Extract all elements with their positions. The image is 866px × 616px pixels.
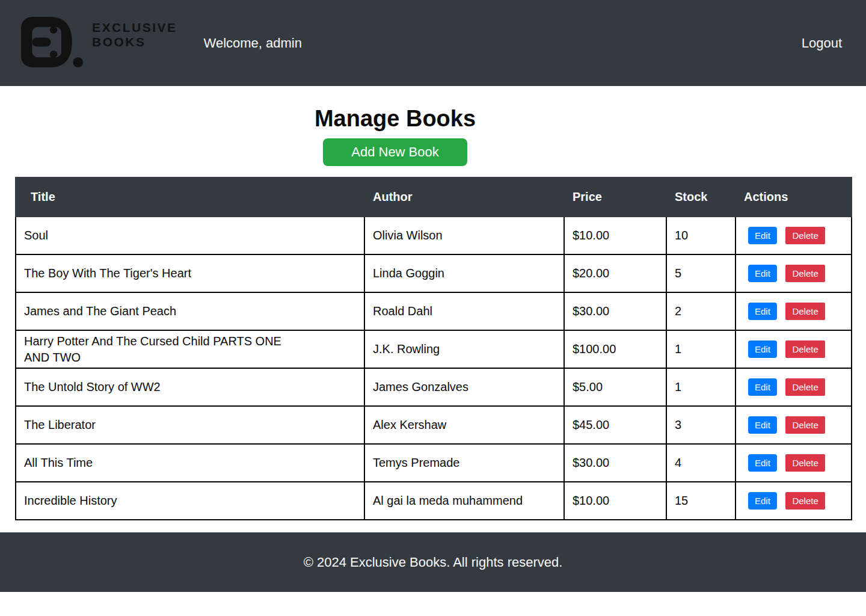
delete-button[interactable]: Delete (785, 303, 825, 320)
copyright-text: © 2024 Exclusive Books. All rights reser… (304, 555, 563, 570)
book-title: Harry Potter And The Cursed Child PARTS … (24, 333, 301, 366)
brand-name-line2: BOOKS (92, 35, 177, 49)
book-stock-cell: 10 (666, 217, 735, 254)
book-stock-cell: 15 (666, 482, 735, 520)
edit-button[interactable]: Edit (748, 303, 777, 320)
book-title-cell: The Untold Story of WW2 (16, 368, 364, 406)
edit-button[interactable]: Edit (748, 340, 777, 358)
book-stock: 15 (675, 494, 688, 507)
book-actions-cell: Edit Delete (735, 482, 852, 520)
book-stock-cell: 2 (666, 292, 735, 330)
table-row: The Untold Story of WW2 James Gonzalves … (16, 368, 852, 406)
delete-button[interactable]: Delete (785, 416, 825, 434)
column-header-actions: Actions (735, 177, 852, 217)
book-actions-cell: Edit Delete (735, 444, 852, 482)
book-stock: 4 (675, 456, 681, 469)
book-author-cell: J.K. Rowling (364, 330, 564, 368)
brand: EXCLUSIVE BOOKS (21, 16, 177, 71)
book-stock: 5 (675, 266, 681, 280)
column-header-price: Price (564, 177, 666, 217)
book-price: $20.00 (573, 266, 609, 280)
books-table: Title Author Price Stock Actions Soul Ol… (15, 177, 852, 520)
book-title-cell: Harry Potter And The Cursed Child PARTS … (16, 330, 364, 368)
book-price-cell: $5.00 (564, 368, 666, 406)
book-title: All This Time (24, 455, 93, 471)
book-actions-cell: Edit Delete (735, 330, 852, 368)
book-author: Al gai la meda muhammend (373, 494, 523, 507)
book-stock: 2 (675, 304, 681, 318)
page-title: Manage Books (15, 106, 775, 132)
add-new-book-button[interactable]: Add New Book (323, 138, 467, 166)
book-title: Incredible History (24, 493, 117, 509)
brand-name: EXCLUSIVE BOOKS (92, 20, 177, 49)
book-title-cell: Soul (16, 217, 364, 254)
book-title-cell: The Liberator (16, 406, 364, 444)
table-row: Incredible History Al gai la meda muhamm… (16, 482, 852, 520)
book-stock-cell: 1 (666, 368, 735, 406)
book-price: $5.00 (573, 380, 603, 393)
column-header-title: Title (16, 177, 364, 217)
table-row: The Boy With The Tiger's Heart Linda Gog… (16, 254, 852, 292)
table-row: The Liberator Alex Kershaw $45.00 3 Edit… (16, 406, 852, 444)
book-author: Alex Kershaw (373, 418, 446, 431)
book-price: $30.00 (573, 304, 609, 318)
main-content: Manage Books Add New Book Title Author P… (0, 106, 866, 520)
book-author-cell: Temys Premade (364, 444, 564, 482)
delete-button[interactable]: Delete (785, 454, 825, 472)
edit-button[interactable]: Edit (748, 454, 777, 472)
edit-button[interactable]: Edit (748, 416, 777, 434)
book-price: $45.00 (573, 418, 609, 431)
book-stock-cell: 4 (666, 444, 735, 482)
column-header-author: Author (364, 177, 564, 217)
table-row: Soul Olivia Wilson $10.00 10 Edit Delete (16, 217, 852, 254)
book-author-cell: Alex Kershaw (364, 406, 564, 444)
delete-button[interactable]: Delete (785, 265, 825, 282)
delete-button[interactable]: Delete (785, 492, 825, 510)
edit-button[interactable]: Edit (748, 492, 777, 510)
book-stock-cell: 5 (666, 254, 735, 292)
book-author-cell: James Gonzalves (364, 368, 564, 406)
edit-button[interactable]: Edit (748, 227, 777, 244)
book-author: Roald Dahl (373, 304, 432, 318)
book-title: The Boy With The Tiger's Heart (24, 265, 191, 282)
book-price-cell: $30.00 (564, 444, 666, 482)
book-actions-cell: Edit Delete (735, 292, 852, 330)
book-actions-cell: Edit Delete (735, 217, 852, 254)
edit-button[interactable]: Edit (748, 265, 777, 282)
book-author: James Gonzalves (373, 380, 468, 393)
book-title: James and The Giant Peach (24, 303, 176, 319)
book-author-cell: Olivia Wilson (364, 217, 564, 254)
book-author: Olivia Wilson (373, 229, 443, 242)
edit-button[interactable]: Edit (748, 378, 777, 396)
app-header: EXCLUSIVE BOOKS Welcome, admin Logout (0, 0, 866, 86)
brand-name-line1: EXCLUSIVE (92, 20, 177, 35)
book-stock: 3 (675, 418, 681, 431)
book-title-cell: The Boy With The Tiger's Heart (16, 254, 364, 292)
book-actions-cell: Edit Delete (735, 406, 852, 444)
delete-button[interactable]: Delete (785, 227, 825, 244)
book-title-cell: James and The Giant Peach (16, 292, 364, 330)
book-title-cell: All This Time (16, 444, 364, 482)
book-author-cell: Roald Dahl (364, 292, 564, 330)
book-stock: 1 (675, 342, 681, 356)
table-row: James and The Giant Peach Roald Dahl $30… (16, 292, 852, 330)
book-author: Linda Goggin (373, 266, 444, 280)
logout-button[interactable]: Logout (802, 35, 853, 51)
table-body: Soul Olivia Wilson $10.00 10 Edit Delete… (16, 217, 852, 520)
book-title: The Untold Story of WW2 (24, 379, 161, 395)
eb-monogram-logo-icon (21, 16, 84, 71)
book-price: $100.00 (573, 342, 616, 356)
table-row: All This Time Temys Premade $30.00 4 Edi… (16, 444, 852, 482)
column-header-stock: Stock (666, 177, 735, 217)
book-price-cell: $45.00 (564, 406, 666, 444)
book-title: The Liberator (24, 417, 96, 433)
book-author: Temys Premade (373, 456, 460, 469)
delete-button[interactable]: Delete (785, 340, 825, 358)
book-price-cell: $30.00 (564, 292, 666, 330)
table-row: Harry Potter And The Cursed Child PARTS … (16, 330, 852, 368)
book-author-cell: Al gai la meda muhammend (364, 482, 564, 520)
book-price-cell: $10.00 (564, 217, 666, 254)
delete-button[interactable]: Delete (785, 378, 825, 396)
book-stock: 1 (675, 380, 681, 393)
book-price-cell: $100.00 (564, 330, 666, 368)
